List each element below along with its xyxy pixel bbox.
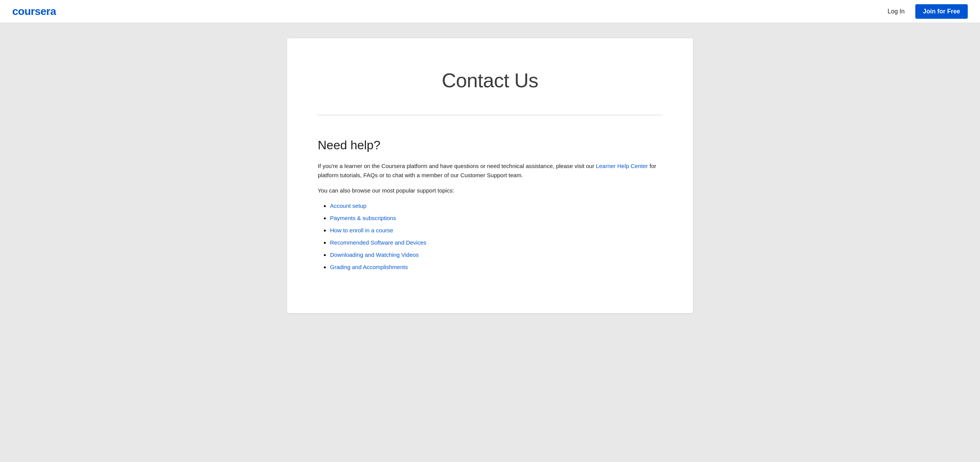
topic-link[interactable]: Payments & subscriptions <box>330 215 396 221</box>
list-item: Grading and Accomplishments <box>330 263 662 272</box>
site-header: coursera Log In Join for Free <box>0 0 980 23</box>
list-item: Account setup <box>330 201 662 211</box>
learner-help-center-link[interactable]: Learner Help Center <box>596 163 648 169</box>
header-actions: Log In Join for Free <box>883 4 968 19</box>
page-background: Contact Us Need help? If you're a learne… <box>0 23 980 462</box>
topic-link[interactable]: Grading and Accomplishments <box>330 264 408 270</box>
intro-paragraph: If you're a learner on the Coursera plat… <box>318 162 662 180</box>
join-button[interactable]: Join for Free <box>915 4 968 19</box>
topic-link[interactable]: Account setup <box>330 202 366 209</box>
topic-link[interactable]: How to enroll in a course <box>330 227 393 233</box>
logo[interactable]: coursera <box>12 5 56 18</box>
topics-list: Account setupPayments & subscriptionsHow… <box>318 201 662 272</box>
list-item: Payments & subscriptions <box>330 214 662 223</box>
help-section: Need help? If you're a learner on the Co… <box>318 138 662 272</box>
login-button[interactable]: Log In <box>883 5 909 18</box>
browse-text: You can also browse our most popular sup… <box>318 186 662 195</box>
list-item: Downloading and Watching Videos <box>330 250 662 260</box>
intro-text-before: If you're a learner on the Coursera plat… <box>318 163 594 169</box>
logo-text: coursera <box>12 5 56 18</box>
section-heading: Need help? <box>318 138 662 152</box>
content-card: Contact Us Need help? If you're a learne… <box>287 38 693 313</box>
divider <box>318 115 662 115</box>
list-item: How to enroll in a course <box>330 226 662 235</box>
topic-link[interactable]: Recommended Software and Devices <box>330 239 426 246</box>
list-item: Recommended Software and Devices <box>330 238 662 247</box>
page-title: Contact Us <box>318 69 662 92</box>
topic-link[interactable]: Downloading and Watching Videos <box>330 251 419 258</box>
